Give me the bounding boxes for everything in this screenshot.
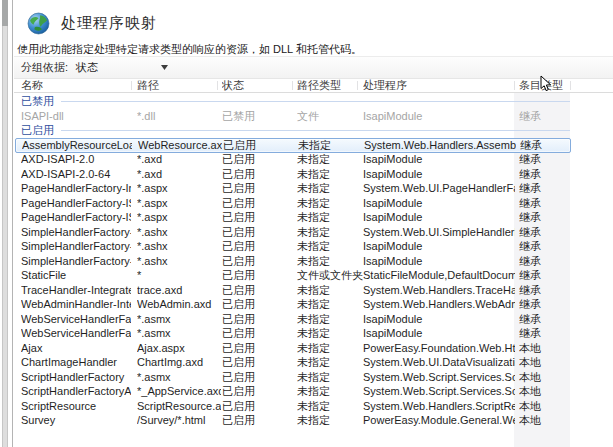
- cell-handler: System.Web.Handlers.TraceHandler: [363, 283, 515, 297]
- table-row[interactable]: Survey/Survey/*.html已启用未指定PowerEasy.Modu…: [14, 413, 613, 428]
- table-row[interactable]: ISAPI-dll*.dll已禁用文件IsapiModule继承: [14, 109, 613, 124]
- left-pane-scrollbar[interactable]: [2, 0, 8, 447]
- cell-handler: IsapiModule: [363, 109, 515, 123]
- cell-state: 已禁用: [222, 109, 292, 123]
- cell-name: ChartImageHandler: [21, 355, 131, 369]
- table-row[interactable]: TraceHandler-Integratedtrace.axd已启用未指定Sy…: [14, 283, 613, 298]
- cell-name: SimpleHandlerFactory-ISAPI...: [21, 239, 131, 253]
- column-separator[interactable]: [570, 81, 571, 90]
- cell-handler: StaticFileModule,DefaultDocumentM...: [363, 268, 515, 282]
- cell-entry-type: 继承: [519, 152, 569, 166]
- table-row[interactable]: AjaxAjax.aspx已启用未指定PowerEasy.Foundation.…: [14, 341, 613, 356]
- cell-handler: System.Web.Handlers.ScriptResourc...: [363, 399, 515, 413]
- cell-path-type: 文件: [297, 109, 363, 123]
- cell-entry-type: 继承: [519, 312, 569, 326]
- cell-path: WebAdmin.axd: [137, 297, 221, 311]
- group-header[interactable]: 已禁用: [14, 94, 570, 109]
- cell-path: ChartImg.axd: [137, 355, 221, 369]
- cell-path-type: 未指定: [297, 413, 363, 427]
- cell-handler: System.Web.Script.Services.ScriptHa...: [363, 384, 515, 398]
- cell-state: 已启用: [222, 225, 292, 239]
- cell-path: *.axd: [137, 152, 221, 166]
- group-label: 已启用: [14, 123, 54, 138]
- column-separator[interactable]: [217, 81, 218, 90]
- column-separator[interactable]: [514, 81, 515, 90]
- cell-entry-type: 继承: [519, 268, 569, 282]
- cell-entry-type: 本地: [519, 370, 569, 384]
- cell-path-type: 未指定: [297, 225, 363, 239]
- table-row[interactable]: SimpleHandlerFactory-Integ...*.ashx已启用未指…: [14, 225, 613, 240]
- cell-handler: System.Web.UI.DataVisualization.Ch...: [363, 355, 515, 369]
- table-row[interactable]: PageHandlerFactory-Integr...*.aspx已启用未指定…: [14, 181, 613, 196]
- group-by-dropdown[interactable]: 状态: [76, 60, 168, 75]
- column-header-path-type[interactable]: 路径类型: [297, 79, 363, 92]
- cell-handler: PowerEasy.Module.General.WebSite...: [363, 413, 515, 427]
- group-by-value: 状态: [76, 60, 157, 75]
- cell-path-type: 未指定: [297, 181, 363, 195]
- table-row[interactable]: SimpleHandlerFactory-ISAPI...*.ashx已启用未指…: [14, 254, 613, 269]
- table-row[interactable]: ChartImageHandlerChartImg.axd已启用未指定Syste…: [14, 355, 613, 370]
- cell-handler: IsapiModule: [363, 210, 515, 224]
- group-header[interactable]: 已启用: [14, 123, 570, 138]
- cell-handler: IsapiModule: [363, 152, 515, 166]
- table-row[interactable]: WebServiceHandlerFactory-...*.asmx已启用未指定…: [14, 326, 613, 341]
- cell-path-type: 未指定: [297, 370, 363, 384]
- cell-state: 已启用: [222, 268, 292, 282]
- table-row[interactable]: WebAdminHandler-Integrat...WebAdmin.axd已…: [14, 297, 613, 312]
- pane-divider[interactable]: [12, 0, 13, 447]
- column-header-state[interactable]: 状态: [222, 79, 292, 92]
- cell-name: Ajax: [21, 341, 131, 355]
- cell-name: Survey: [21, 413, 131, 427]
- cell-name: AXD-ISAPI-2.0-64: [21, 167, 131, 181]
- table-row[interactable]: AssemblyResourceLoader-I...WebResource.a…: [15, 138, 571, 153]
- cell-state: 已启用: [222, 152, 292, 166]
- mouse-cursor-icon: [540, 75, 552, 93]
- dropdown-arrow-icon: [161, 65, 168, 70]
- cell-path: *.ashx: [137, 239, 221, 253]
- group-line: [61, 101, 570, 102]
- column-separator[interactable]: [292, 81, 293, 90]
- page-title: 处理程序映射: [61, 14, 157, 33]
- column-header-handler[interactable]: 处理程序: [363, 79, 515, 92]
- page-header: 处理程序映射: [27, 10, 157, 36]
- table-row[interactable]: WebServiceHandlerFactory-...*.asmx已启用未指定…: [14, 312, 613, 327]
- table-row[interactable]: ScriptHandlerFactoryAppSe...*_AppService…: [14, 384, 613, 399]
- cell-name: PageHandlerFactory-Integr...: [21, 181, 131, 195]
- cell-entry-type: 继承: [520, 139, 570, 152]
- cell-state: 已启用: [222, 210, 292, 224]
- cell-handler: IsapiModule: [363, 326, 515, 340]
- cell-handler: PowerEasy.Foundation.Web.HttpHan...: [363, 341, 515, 355]
- table-row[interactable]: ScriptResourceScriptResource.a...已启用未指定S…: [14, 399, 613, 414]
- table-row[interactable]: ScriptHandlerFactory*.asmx已启用未指定System.W…: [14, 370, 613, 385]
- cell-path: *.dll: [137, 109, 221, 123]
- table-row[interactable]: AXD-ISAPI-2.0-64*.axd已启用未指定IsapiModule继承: [14, 167, 613, 182]
- cell-entry-type: 本地: [519, 355, 569, 369]
- cell-state: 已启用: [222, 196, 292, 210]
- table-row[interactable]: SimpleHandlerFactory-ISAPI...*.ashx已启用未指…: [14, 239, 613, 254]
- table-row[interactable]: AXD-ISAPI-2.0*.axd已启用未指定IsapiModule继承: [14, 152, 613, 167]
- cell-name: SimpleHandlerFactory-Integ...: [21, 225, 131, 239]
- cell-name: AXD-ISAPI-2.0: [21, 152, 131, 166]
- group-by-label: 分组依据:: [21, 60, 68, 75]
- cell-state: 已启用: [222, 181, 292, 195]
- table-row[interactable]: StaticFile*已启用文件或文件夹StaticFileModule,Def…: [14, 268, 613, 283]
- table-row[interactable]: PageHandlerFactory-ISAPI-...*.aspx已启用未指定…: [14, 196, 613, 211]
- cell-name: WebServiceHandlerFactory-...: [21, 312, 131, 326]
- table-row[interactable]: PageHandlerFactory-ISAPI-...*.aspx已启用未指定…: [14, 210, 613, 225]
- cell-state: 已启用: [222, 326, 292, 340]
- column-header-name[interactable]: 名称: [21, 79, 131, 92]
- cell-name: SimpleHandlerFactory-ISAPI...: [21, 254, 131, 268]
- cell-handler: System.Web.UI.SimpleHandlerFactory: [363, 225, 515, 239]
- column-separator[interactable]: [131, 81, 132, 90]
- cell-state: 已启用: [222, 254, 292, 268]
- cell-name: ISAPI-dll: [21, 109, 131, 123]
- column-header-path[interactable]: 路径: [137, 79, 221, 92]
- page-description: 使用此功能指定处理特定请求类型的响应的资源，如 DLL 和托管代码。: [17, 42, 362, 57]
- cell-path: ScriptResource.a...: [137, 399, 221, 413]
- left-pane-scrollbar-thumb[interactable]: [2, 0, 8, 26]
- column-separator[interactable]: [357, 81, 358, 90]
- cell-entry-type: 继承: [519, 196, 569, 210]
- cell-entry-type: 本地: [519, 413, 569, 427]
- handler-list: 已禁用ISAPI-dll*.dll已禁用文件IsapiModule继承已启用As…: [14, 93, 613, 447]
- cell-name: WebServiceHandlerFactory-...: [21, 326, 131, 340]
